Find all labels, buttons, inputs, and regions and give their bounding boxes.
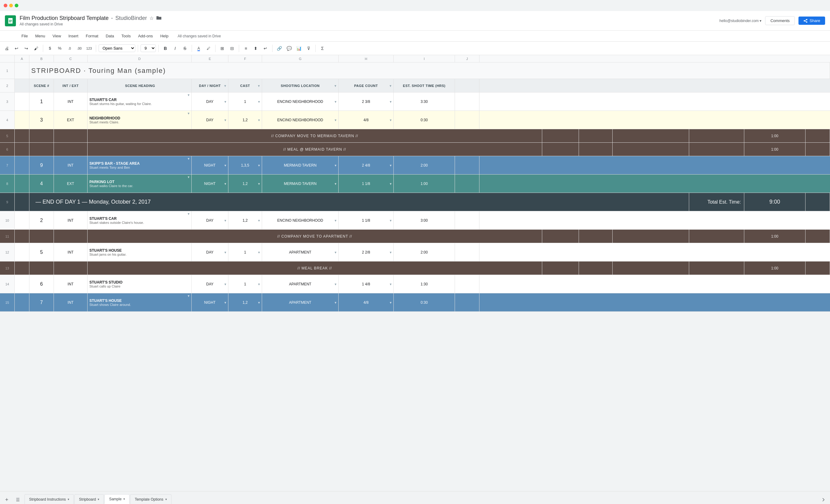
cell-14-pagecount[interactable]: 1 4/8▼ bbox=[339, 275, 394, 293]
cell-6b[interactable] bbox=[29, 143, 54, 156]
print-button[interactable]: 🖨 bbox=[2, 44, 11, 53]
cell-13f[interactable] bbox=[579, 261, 613, 275]
cell-5e[interactable] bbox=[542, 129, 579, 143]
col-header-shoottime[interactable]: EST. SHOOT TIME (HRS) bbox=[394, 79, 455, 92]
cell-12-scenenum[interactable]: 5 bbox=[29, 243, 54, 261]
cell-10-pagecount[interactable]: 1 1/8▼ bbox=[339, 211, 394, 229]
cell-5h[interactable] bbox=[689, 129, 744, 143]
cell-5-content[interactable]: // COMPANY MOVE TO MERMAID TAVERN // bbox=[88, 129, 542, 143]
cell-12-intext[interactable]: INT bbox=[54, 243, 88, 261]
tab-dropdown-3[interactable]: ▾ bbox=[165, 498, 167, 501]
cell-14-scenenum[interactable]: 6 bbox=[29, 275, 54, 293]
tab-sample[interactable]: Sample ▾ bbox=[104, 494, 129, 504]
cell-10-location[interactable]: ENCINO NEIGHBORHOOD▼ bbox=[262, 211, 339, 229]
cell-11h[interactable] bbox=[689, 230, 744, 243]
cell-3-scenenum[interactable]: 1 bbox=[29, 92, 54, 111]
link-button[interactable]: 🔗 bbox=[275, 44, 284, 53]
tab-dropdown-1[interactable]: ▾ bbox=[98, 498, 99, 501]
col-header-daynight[interactable]: DAY / NIGHT▼ bbox=[192, 79, 228, 92]
cell-4-heading[interactable]: ▼ NEIGHBORHOOD Stuart meets Claire. bbox=[88, 111, 192, 129]
cell-8-location[interactable]: MERMAID TAVERN▼ bbox=[262, 175, 339, 193]
cell-11b[interactable] bbox=[29, 230, 54, 243]
cell-13b[interactable] bbox=[29, 261, 54, 275]
cell-10-cast[interactable]: 1,2▼ bbox=[228, 211, 262, 229]
col-header-e[interactable]: E bbox=[192, 55, 228, 62]
col-header-c[interactable]: C bbox=[54, 55, 88, 62]
cell-4-scenenum[interactable]: 3 bbox=[29, 111, 54, 129]
cell-4a[interactable] bbox=[15, 111, 29, 129]
cell-12-daynight[interactable]: DAY▼ bbox=[192, 243, 228, 261]
cell-8-heading[interactable]: ▼ PARKING LOT Stuart walks Claire to the… bbox=[88, 175, 192, 193]
cell-5b[interactable] bbox=[29, 129, 54, 143]
cell-7-pagecount[interactable]: 2 4/8▼ bbox=[339, 156, 394, 174]
cell-8-intext[interactable]: EXT bbox=[54, 175, 88, 193]
cell-6g[interactable] bbox=[613, 143, 689, 156]
cell-6f[interactable] bbox=[579, 143, 613, 156]
tab-dropdown-0[interactable]: ▾ bbox=[68, 498, 69, 501]
cell-13g[interactable] bbox=[613, 261, 689, 275]
col-header-d[interactable]: D bbox=[88, 55, 192, 62]
cell-13c[interactable] bbox=[54, 261, 88, 275]
add-sheet-button[interactable]: + bbox=[2, 496, 11, 504]
cell-7-intext[interactable]: INT bbox=[54, 156, 88, 174]
cell-5f[interactable] bbox=[579, 129, 613, 143]
cell-3a[interactable] bbox=[15, 92, 29, 111]
cell-15-location[interactable]: APARTMENT▼ bbox=[262, 293, 339, 311]
cell-7-shoottime[interactable]: 2:00 bbox=[394, 156, 455, 174]
tab-stripboard[interactable]: Stripboard ▾ bbox=[74, 494, 104, 504]
cell-15-scenenum[interactable]: 7 bbox=[29, 293, 54, 311]
cell-5g[interactable] bbox=[613, 129, 689, 143]
cell-5-time[interactable]: 1:00 bbox=[744, 129, 805, 143]
cell-3-intext[interactable]: INT bbox=[54, 92, 88, 111]
cell-10-shoottime[interactable]: 3:00 bbox=[394, 211, 455, 229]
cell-3-location[interactable]: ENCINO NEIGHBORHOOD▼ bbox=[262, 92, 339, 111]
col-header-cast[interactable]: CAST▼ bbox=[228, 79, 262, 92]
cell-14-heading[interactable]: STUART'S STUDIO Stuart calls up Claire bbox=[88, 275, 192, 293]
menu-addons[interactable]: Add-ons bbox=[135, 32, 156, 39]
cell-3j[interactable] bbox=[455, 92, 479, 111]
cell-8-shoottime[interactable]: 1:00 bbox=[394, 175, 455, 193]
paint-format-button[interactable]: 🖌 bbox=[32, 44, 40, 53]
cell-7j[interactable] bbox=[455, 156, 479, 174]
user-email[interactable]: hello@studiobinder.com ▾ bbox=[720, 19, 762, 23]
col-header-scene[interactable]: SCENE # bbox=[29, 79, 54, 92]
menu-help[interactable]: Help bbox=[157, 32, 171, 39]
cell-9j[interactable] bbox=[805, 193, 830, 211]
cell-12-cast[interactable]: 1▼ bbox=[228, 243, 262, 261]
chart-button[interactable]: 📊 bbox=[294, 44, 303, 53]
col-header-f[interactable]: F bbox=[228, 55, 262, 62]
cell-5j[interactable] bbox=[805, 129, 830, 143]
col-header-heading[interactable]: SCENE HEADING bbox=[88, 79, 192, 92]
cell-11g[interactable] bbox=[613, 230, 689, 243]
cell-15-shoottime[interactable]: 0:30 bbox=[394, 293, 455, 311]
menu-format[interactable]: Format bbox=[83, 32, 101, 39]
cell-10j[interactable] bbox=[455, 211, 479, 229]
cell-13-content[interactable]: // MEAL BREAK // bbox=[88, 261, 542, 275]
comments-button[interactable]: Comments bbox=[765, 16, 795, 25]
col-header-intext[interactable]: INT / EXT bbox=[54, 79, 88, 92]
folder-icon[interactable] bbox=[156, 15, 162, 22]
text-color-button[interactable]: A bbox=[194, 44, 203, 53]
wrap-button[interactable]: ↵ bbox=[261, 44, 270, 53]
decimal-less-button[interactable]: .0 bbox=[65, 44, 74, 53]
cell-14-shoottime[interactable]: 1:30 bbox=[394, 275, 455, 293]
cell-15-daynight[interactable]: NIGHT▼ bbox=[192, 293, 228, 311]
cell-3-cast[interactable]: 1▼ bbox=[228, 92, 262, 111]
tab-template-options[interactable]: Template Options ▾ bbox=[130, 494, 171, 504]
valign-button[interactable]: ⬍ bbox=[251, 44, 260, 53]
cell-7-scenenum[interactable]: 9 bbox=[29, 156, 54, 174]
cell-2a[interactable] bbox=[15, 79, 29, 92]
cell-3-shoottime[interactable]: 3:30 bbox=[394, 92, 455, 111]
cell-8-scenenum[interactable]: 4 bbox=[29, 175, 54, 193]
cell-6c[interactable] bbox=[54, 143, 88, 156]
cell-13h[interactable] bbox=[689, 261, 744, 275]
function-button[interactable]: Σ bbox=[318, 44, 327, 53]
percent-button[interactable]: % bbox=[56, 44, 64, 53]
col-header-j[interactable]: J bbox=[455, 55, 479, 62]
cell-11e[interactable] bbox=[542, 230, 579, 243]
share-button[interactable]: Share bbox=[798, 17, 825, 25]
menu-file[interactable]: File bbox=[19, 32, 31, 39]
number-format-button[interactable]: 123 bbox=[85, 44, 93, 53]
highlight-color-button[interactable]: 🖊 bbox=[204, 44, 213, 53]
col-header-b[interactable]: B bbox=[29, 55, 54, 62]
